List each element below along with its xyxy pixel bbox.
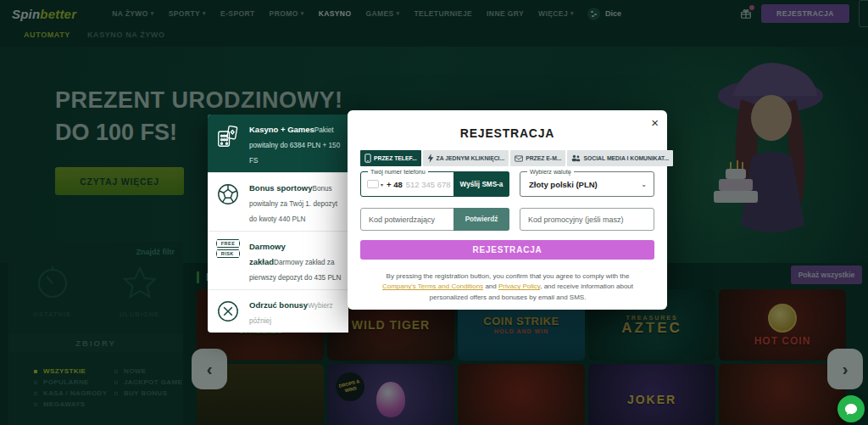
lightning-icon (427, 154, 434, 163)
chevron-down-icon: ▾ (381, 182, 383, 187)
registration-submit-button[interactable]: REJESTRACJA (360, 240, 654, 260)
confirmation-code-field: Potwierdź (360, 208, 509, 231)
slot-cards-icon (214, 120, 242, 151)
free-risk-icon: FREERISK (214, 238, 242, 258)
privacy-link[interactable]: Privacy Policy (498, 282, 540, 290)
live-chat-button[interactable] (837, 395, 865, 422)
bonus-option-sportowy[interactable]: Bonus sportowyBonus powitalny za Twój 1.… (208, 173, 348, 232)
bonus-option-kasyno-games[interactable]: Kasyno + GamesPakiet powitalny do 6384 P… (208, 115, 348, 173)
soccer-ball-icon (214, 179, 242, 208)
promo-code-input[interactable] (520, 209, 654, 230)
chevron-down-icon: ⌄ (641, 181, 647, 188)
tab-social-media[interactable]: SOCIAL MEDIA I KOMUNIKAT... (567, 150, 673, 166)
confirm-button[interactable]: Potwierdź (453, 208, 509, 231)
phone-number-input[interactable] (406, 180, 455, 189)
currency-select[interactable]: Wybierz walutę Złoty polski (PLN) ⌄ (520, 171, 654, 197)
terms-link[interactable]: Company's Terms and Conditions (382, 282, 483, 290)
currency-value: Złoty polski (PLN) (529, 180, 598, 189)
terms-disclaimer: By pressing the registration button, you… (373, 271, 643, 303)
bonus-selection-panel: Kasyno + GamesPakiet powitalny do 6384 P… (208, 115, 348, 333)
registration-modal: × REJESTRACJA PRZEZ TELEF... ZA JEDNYM K… (348, 110, 667, 310)
modal-title: REJESTRACJA (348, 126, 667, 140)
bonus-option-darmowy-zaklad[interactable]: FREERISK Darmowy zakładDarmowy zakład za… (208, 232, 348, 290)
phone-country-code: + 48 (387, 180, 403, 189)
phone-icon (364, 154, 371, 163)
poland-flag-icon[interactable] (367, 180, 379, 188)
spinbetter-casino-page: Spinbetter NA ŻYWO▾ SPORTY▾ E-SPORT PROM… (0, 0, 868, 425)
tab-one-click[interactable]: ZA JEDNYM KLIKNIĘCI... (423, 150, 509, 166)
registration-tabs: PRZEZ TELEF... ZA JEDNYM KLIKNIĘCI... PR… (360, 150, 654, 166)
confirmation-code-input[interactable] (361, 209, 446, 230)
chat-bubble-icon (844, 403, 858, 416)
bonus-option-odrzuc[interactable]: Odrzuć bonusyWybierz później (208, 290, 348, 333)
tab-by-phone[interactable]: PRZEZ TELEF... (360, 150, 421, 166)
send-sms-button[interactable]: Wyślij SMS-a (453, 171, 509, 197)
people-icon (571, 154, 581, 162)
tab-by-email[interactable]: PRZEZ E-M... (510, 150, 565, 166)
envelope-icon (515, 155, 523, 162)
promo-code-field (520, 208, 654, 231)
phone-number-field: Twój numer telefonu ▾ + 48 Wyślij SMS-a (360, 171, 509, 197)
close-icon[interactable]: × (651, 115, 659, 130)
reject-cross-icon (214, 296, 242, 325)
